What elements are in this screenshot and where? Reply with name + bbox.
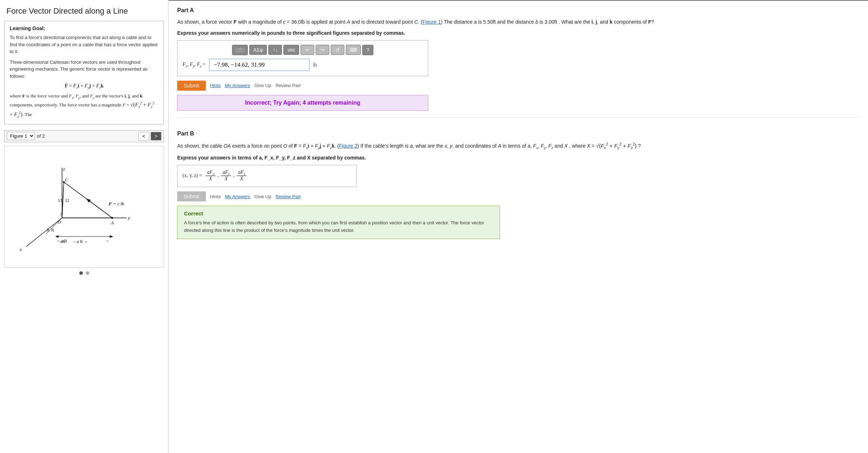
part-b-answer-value: aFx X , aFy X , aFz X — [206, 170, 246, 182]
svg-text:←: ← — [57, 238, 61, 243]
vec-btn[interactable]: vec — [283, 45, 299, 55]
svg-text:F = c lb: F = c lb — [108, 201, 124, 206]
svg-text:z: z — [63, 166, 65, 172]
part-b-section: Part B As shown, the cable OA exerts a f… — [177, 124, 859, 239]
of-text: of 2 — [37, 133, 45, 139]
radical-btn[interactable]: □√□ — [232, 45, 248, 55]
part-b-submit-button[interactable]: Submit — [177, 191, 206, 201]
learning-goal-para2: Three-dimensional Cartesian force vector… — [10, 59, 159, 80]
page-title: Force Vector Directed along a Line — [0, 0, 168, 21]
part-a-instruction: Express your answers numerically in poun… — [177, 30, 859, 36]
part-a-hints-link[interactable]: Hints — [210, 83, 221, 88]
formula-main: F = Fxi + Fyj + Fzk — [10, 83, 159, 90]
svg-text:A: A — [110, 220, 114, 225]
redo-btn[interactable]: ↪ — [316, 45, 329, 55]
svg-text:y: y — [127, 215, 130, 220]
part-a-section: Part A As shown, a force vector F with a… — [177, 1, 859, 118]
part-b-title: Part B — [177, 130, 859, 137]
correct-title: Correct — [184, 210, 493, 216]
svg-text:→: → — [105, 238, 109, 243]
figure-select[interactable]: Figure 1 Figure 2 — [7, 132, 35, 140]
svg-line-22 — [46, 218, 62, 234]
figure1-link[interactable]: Figure 1 — [423, 19, 441, 25]
part-a-description: As shown, a force vector F with a magnit… — [177, 18, 859, 27]
diagram-dots — [0, 268, 168, 278]
part-b-my-answers-link[interactable]: My Answers — [225, 194, 250, 199]
figure-nav: Figure 1 Figure 2 of 2 < > — [4, 130, 164, 142]
svg-text:− a: − a — [73, 239, 79, 244]
part-a-my-answers-link[interactable]: My Answers — [225, 83, 250, 88]
part-a-input[interactable] — [209, 59, 310, 71]
dot-1 — [79, 271, 83, 275]
part-a-review-part-text: Review Part — [275, 83, 301, 88]
keyboard-btn[interactable]: ⌨ — [346, 45, 361, 55]
part-a-unit: lb — [313, 62, 317, 68]
part-b-action-bar: Submit Hints My Answers Give Up Review P… — [177, 191, 859, 201]
learning-goal-box: Learning Goal: To find a force's directi… — [4, 21, 164, 124]
part-a-toolbar: □√□ ΑΣφ ↑↓ vec ↩ ↪ ↺ ⌨ ? — [183, 45, 423, 55]
undo-btn[interactable]: ↩ — [301, 45, 314, 55]
part-b-answer-box: (x, y, z) = aFx X , aFy X — [177, 165, 357, 187]
svg-text:ft: ft — [64, 238, 67, 243]
svg-text:C: C — [65, 177, 68, 182]
arrows-btn[interactable]: ↑↓ — [268, 45, 282, 55]
symbol-btn[interactable]: ΑΣφ — [249, 45, 267, 55]
part-b-feedback: Correct A force's line of action is ofte… — [177, 206, 500, 239]
refresh-btn[interactable]: ↺ — [331, 45, 344, 55]
formula-desc: where F is the force vector and Fx, Fy, … — [10, 92, 159, 120]
part-a-feedback: Incorrect; Try Again; 4 attempts remaini… — [177, 95, 428, 111]
help-btn[interactable]: ? — [362, 45, 373, 55]
part-a-title: Part A — [177, 7, 859, 14]
part-b-review-part-link[interactable]: Review Part — [275, 194, 301, 199]
svg-text:12: 12 — [65, 198, 69, 203]
svg-text:→: → — [84, 239, 88, 244]
part-b-input-label: (x, y, z) = — [183, 173, 202, 178]
svg-text:a: a — [61, 238, 63, 243]
part-b-description: As shown, the cable OA exerts a force on… — [177, 141, 859, 151]
diagram-area: z y x O A C — [4, 146, 164, 268]
figure2-link[interactable]: Figure 2 — [339, 143, 357, 149]
svg-text:x: x — [19, 247, 22, 252]
part-b-input-row: (x, y, z) = aFx X , aFy X — [183, 170, 351, 182]
part-a-action-bar: Submit Hints My Answers Give Up Review P… — [177, 81, 859, 91]
part-a-input-label: Fx, Fy, Fz = — [183, 62, 206, 68]
left-panel: Force Vector Directed along a Line Learn… — [0, 0, 169, 453]
svg-text:5: 5 — [60, 212, 62, 217]
part-b-instruction: Express your answers in terms of a, F_x,… — [177, 155, 859, 161]
correct-text: A force's line of action is often descri… — [184, 219, 493, 234]
part-a-submit-button[interactable]: Submit — [177, 81, 206, 91]
prev-figure-button[interactable]: < — [138, 132, 149, 140]
right-panel: Part A As shown, a force vector F with a… — [169, 0, 868, 453]
learning-goal-title: Learning Goal: — [10, 25, 159, 31]
dot-2 — [86, 271, 89, 275]
part-a-give-up-text: Give Up — [254, 83, 271, 88]
svg-text:O: O — [58, 219, 61, 225]
diagram-svg: z y x O A C — [5, 146, 164, 268]
svg-text:13: 13 — [58, 198, 62, 203]
next-figure-button[interactable]: > — [151, 132, 161, 140]
learning-goal-para1: To find a force's directional components… — [10, 34, 159, 55]
part-b-give-up-text: Give Up — [254, 194, 271, 199]
part-a-input-row: Fx, Fy, Fz = lb — [183, 59, 423, 71]
svg-text:ft: ft — [80, 239, 83, 244]
part-b-hints-link[interactable]: Hints — [210, 194, 221, 199]
part-a-answer-box: □√□ ΑΣφ ↑↓ vec ↩ ↪ ↺ ⌨ ? Fx, Fy, Fz = lb — [177, 40, 428, 76]
